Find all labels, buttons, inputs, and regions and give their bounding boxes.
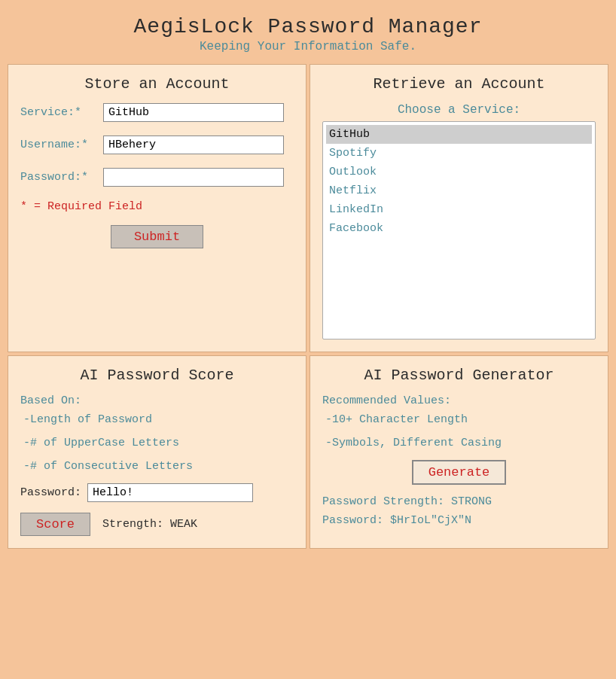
score-password-row: Password: [20,483,294,502]
service-select[interactable]: GitHubSpotifyOutlookNetflixLinkedInFaceb… [322,121,596,340]
password-label: Password:* [20,171,103,184]
rec-item-2: -Symbols, Different Casing [322,437,596,449]
generate-button[interactable]: Generate [412,460,507,485]
score-password-label: Password: [20,486,81,499]
criterion-2: -# of UpperCase Letters [20,437,294,449]
choose-service-label: Choose a Service: [322,103,596,117]
username-label: Username:* [20,139,103,151]
service-field-row: Service:* [20,103,294,122]
username-input[interactable] [103,135,284,154]
username-field-row: Username:* [20,135,294,154]
retrieve-panel-title: Retrieve an Account [322,75,596,93]
retrieve-panel: Retrieve an Account Choose a Service: Gi… [310,64,608,352]
password-field-row: Password:* [20,168,294,187]
generator-panel-title: AI Password Generator [322,367,596,384]
criterion-1: -Length of Password [20,413,294,426]
app-title: AegisLock Password Manager [8,15,608,38]
score-password-input[interactable] [87,483,253,502]
required-note: * = Required Field [20,200,294,213]
app-header: AegisLock Password Manager Keeping Your … [8,8,608,58]
score-panel: AI Password Score Based On: -Length of P… [8,355,306,549]
recommended-label: Recommended Values: [322,394,596,407]
criterion-3: -# of Consecutive Letters [20,460,294,473]
strength-label: Strength: WEAK [102,518,197,531]
store-panel-title: Store an Account [20,75,294,93]
score-button[interactable]: Score [20,513,90,536]
gen-password-label: Password: $HrIoL"CjX"N [322,514,596,527]
service-input[interactable] [103,103,284,122]
score-panel-title: AI Password Score [20,367,294,384]
password-input[interactable] [103,168,284,187]
submit-button[interactable]: Submit [111,225,203,248]
based-on-label: Based On: [20,394,294,407]
generator-panel: AI Password Generator Recommended Values… [310,355,608,549]
rec-item-1: -10+ Character Length [322,413,596,426]
main-grid: Store an Account Service:* Username:* Pa… [8,64,608,549]
score-bottom: Score Strength: WEAK [20,513,294,536]
service-label: Service:* [20,106,103,119]
app-subtitle: Keeping Your Information Safe. [8,40,608,53]
store-panel: Store an Account Service:* Username:* Pa… [8,64,306,352]
gen-strength-label: Password Strength: STRONG [322,495,596,508]
